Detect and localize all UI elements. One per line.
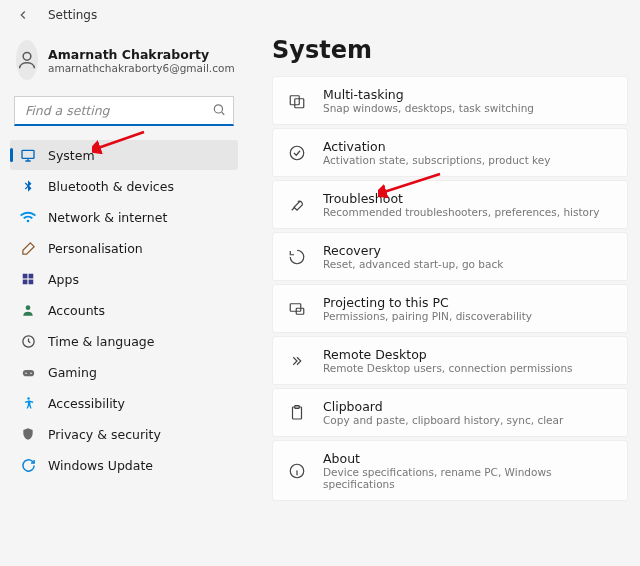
card-remote-desktop[interactable]: Remote DesktopRemote Desktop users, conn… [272, 336, 628, 385]
svg-point-0 [23, 52, 31, 60]
card-title: Activation [323, 139, 550, 154]
sidebar-item-system[interactable]: System [10, 140, 238, 170]
card-activation[interactable]: ActivationActivation state, subscription… [272, 128, 628, 177]
recovery-icon [287, 247, 307, 267]
sidebar-item-label: Bluetooth & devices [48, 179, 174, 194]
card-title: Recovery [323, 243, 503, 258]
project-icon [287, 299, 307, 319]
card-title: Projecting to this PC [323, 295, 532, 310]
card-projecting[interactable]: Projecting to this PCPermissions, pairin… [272, 284, 628, 333]
svg-rect-9 [22, 370, 33, 376]
card-title: Troubleshoot [323, 191, 600, 206]
sidebar: Amarnath Chakraborty amarnathchakraborty… [0, 28, 248, 566]
sidebar-item-apps[interactable]: Apps [10, 264, 238, 294]
svg-point-11 [30, 372, 32, 374]
card-multitasking[interactable]: Multi-taskingSnap windows, desktops, tas… [272, 76, 628, 125]
page-title: System [272, 36, 628, 64]
svg-rect-6 [29, 280, 34, 285]
card-title: Remote Desktop [323, 347, 573, 362]
system-icon [20, 147, 36, 163]
sidebar-item-label: Gaming [48, 365, 97, 380]
shield-icon [20, 426, 36, 442]
sidebar-item-label: System [48, 148, 95, 163]
svg-rect-2 [22, 150, 34, 158]
card-subtitle: Snap windows, desktops, task switching [323, 102, 534, 114]
clock-icon [20, 333, 36, 349]
brush-icon [20, 240, 36, 256]
troubleshoot-icon [287, 195, 307, 215]
profile-block[interactable]: Amarnath Chakraborty amarnathchakraborty… [10, 34, 238, 90]
svg-point-10 [25, 372, 27, 374]
sidebar-item-privacy[interactable]: Privacy & security [10, 419, 238, 449]
sidebar-item-label: Personalisation [48, 241, 143, 256]
back-arrow-icon [16, 8, 30, 22]
remote-icon [287, 351, 307, 371]
person-icon [20, 302, 36, 318]
sidebar-item-label: Accounts [48, 303, 105, 318]
about-icon [287, 461, 307, 481]
accessibility-icon [20, 395, 36, 411]
sidebar-item-personalisation[interactable]: Personalisation [10, 233, 238, 263]
svg-point-12 [27, 397, 30, 400]
settings-cards: Multi-taskingSnap windows, desktops, tas… [272, 76, 628, 501]
sidebar-item-bluetooth[interactable]: Bluetooth & devices [10, 171, 238, 201]
gaming-icon [20, 364, 36, 380]
sidebar-item-label: Accessibility [48, 396, 125, 411]
sidebar-nav: System Bluetooth & devices Network & int… [10, 140, 238, 480]
svg-rect-17 [290, 303, 301, 311]
card-subtitle: Permissions, pairing PIN, discoverabilit… [323, 310, 532, 322]
sidebar-item-accounts[interactable]: Accounts [10, 295, 238, 325]
apps-icon [20, 271, 36, 287]
svg-rect-4 [29, 274, 34, 279]
avatar [16, 40, 38, 80]
card-subtitle: Device specifications, rename PC, Window… [323, 466, 613, 490]
card-recovery[interactable]: RecoveryReset, advanced start-up, go bac… [272, 232, 628, 281]
profile-email: amarnathchakraborty6@gmail.com [48, 62, 235, 74]
svg-rect-3 [23, 274, 28, 279]
person-icon [16, 49, 38, 71]
sidebar-item-update[interactable]: Windows Update [10, 450, 238, 480]
card-title: Clipboard [323, 399, 563, 414]
card-troubleshoot[interactable]: TroubleshootRecommended troubleshooters,… [272, 180, 628, 229]
clipboard-icon [287, 403, 307, 423]
sidebar-item-accessibility[interactable]: Accessibility [10, 388, 238, 418]
search-icon [212, 102, 226, 121]
card-about[interactable]: AboutDevice specifications, rename PC, W… [272, 440, 628, 501]
card-title: Multi-tasking [323, 87, 534, 102]
card-subtitle: Copy and paste, clipboard history, sync,… [323, 414, 563, 426]
card-subtitle: Remote Desktop users, connection permiss… [323, 362, 573, 374]
sidebar-item-label: Privacy & security [48, 427, 161, 442]
sidebar-item-time[interactable]: Time & language [10, 326, 238, 356]
svg-point-1 [214, 105, 222, 113]
update-icon [20, 457, 36, 473]
sidebar-item-network[interactable]: Network & internet [10, 202, 238, 232]
sidebar-item-gaming[interactable]: Gaming [10, 357, 238, 387]
card-subtitle: Reset, advanced start-up, go back [323, 258, 503, 270]
card-subtitle: Recommended troubleshooters, preferences… [323, 206, 600, 218]
card-title: About [323, 451, 613, 466]
bluetooth-icon [20, 178, 36, 194]
multitask-icon [287, 91, 307, 111]
sidebar-item-label: Time & language [48, 334, 154, 349]
main-panel: System Multi-taskingSnap windows, deskto… [248, 28, 640, 566]
sidebar-item-label: Windows Update [48, 458, 153, 473]
svg-rect-5 [23, 280, 28, 285]
card-clipboard[interactable]: ClipboardCopy and paste, clipboard histo… [272, 388, 628, 437]
window-title: Settings [48, 8, 97, 22]
wifi-icon [20, 209, 36, 225]
activation-icon [287, 143, 307, 163]
svg-point-7 [26, 305, 31, 310]
back-button[interactable] [14, 6, 32, 24]
card-subtitle: Activation state, subscriptions, product… [323, 154, 550, 166]
search-input[interactable] [14, 96, 234, 126]
profile-name: Amarnath Chakraborty [48, 47, 235, 62]
sidebar-item-label: Network & internet [48, 210, 167, 225]
svg-point-16 [290, 146, 304, 160]
sidebar-item-label: Apps [48, 272, 79, 287]
